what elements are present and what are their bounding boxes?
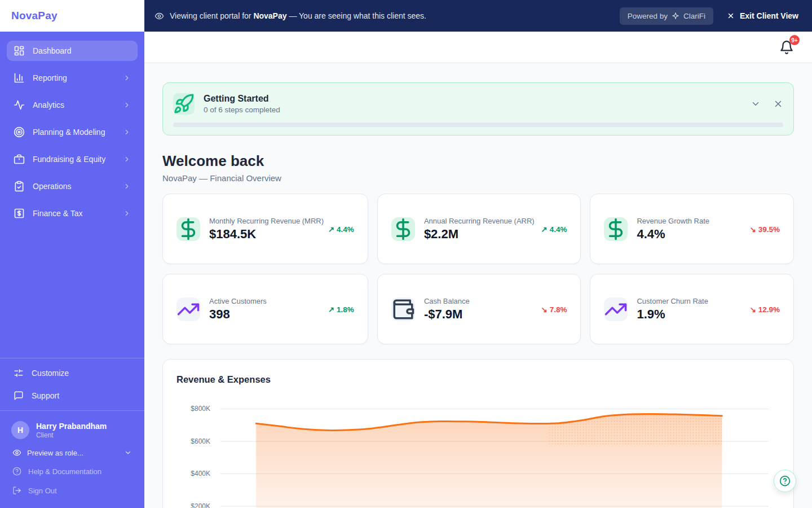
trend-up-icon: ↗	[541, 225, 548, 234]
main-content: Getting Started 0 of 6 steps completed W…	[144, 63, 812, 508]
svg-text:$800K: $800K	[191, 405, 210, 413]
preview-as-role-label: Preview as role...	[27, 449, 118, 457]
sidebar-item-fundraising-equity[interactable]: Fundraising & Equity	[7, 149, 138, 169]
kpi-delta: ↘ 7.8%	[541, 305, 567, 314]
sidebar-item-finance-tax[interactable]: Finance & Tax	[7, 203, 138, 224]
kpi-value: $184.5K	[209, 227, 324, 242]
sidebar-item-support[interactable]: Support	[7, 386, 138, 406]
sidebar-item-sign-out[interactable]: Sign Out	[7, 481, 138, 500]
chart-title: Revenue & Expenses	[176, 374, 780, 385]
target-icon	[14, 126, 25, 138]
activity-icon	[14, 99, 25, 111]
revenue-area-chart: $800K$600K$400K$200K	[176, 401, 774, 508]
sidebar-item-label: Planning & Modeling	[33, 128, 115, 137]
kpi-delta: ↘ 39.5%	[750, 225, 780, 234]
kpi-value: $2.2M	[424, 227, 537, 242]
dollar-icon	[391, 217, 415, 241]
page-subtitle: NovaPay — Financial Overview	[162, 173, 794, 183]
sidebar-item-help-documentation[interactable]: Help & Documentation	[7, 462, 138, 481]
sidebar-item-label: Operations	[33, 182, 115, 191]
kpi-card-revenue-growth: Revenue Growth Rate 4.4% ↘ 39.5%	[590, 194, 794, 264]
kpi-card-arr: Annual Recurring Revenue (ARR) $2.2M ↗ 4…	[377, 194, 581, 264]
kpi-delta: ↗ 4.4%	[541, 225, 567, 234]
kpi-value: 398	[209, 307, 324, 322]
sliders-icon	[14, 368, 24, 378]
progress-bar	[173, 122, 783, 127]
chevron-down-icon	[751, 99, 761, 109]
user-name: Harry Prabandham	[36, 422, 107, 431]
kpi-value: 1.9%	[637, 307, 745, 322]
trending-up-icon	[604, 297, 628, 321]
sidebar-item-label: Customize	[32, 369, 69, 378]
getting-started-card: Getting Started 0 of 6 steps completed	[162, 82, 794, 135]
chevron-right-icon	[123, 209, 131, 217]
chevron-right-icon	[123, 155, 131, 163]
trend-down-icon: ↘	[541, 305, 548, 314]
powered-by-label: Powered by	[628, 12, 668, 20]
notification-count-badge: 9+	[789, 35, 800, 45]
sidebar: NovaPay Dashboard Reporting Analytics	[0, 0, 144, 508]
sidebar-item-analytics[interactable]: Analytics	[7, 95, 138, 115]
kpi-value: 4.4%	[637, 227, 745, 242]
dollar-icon	[604, 217, 628, 241]
client-view-banner: Viewing client portal for NovaPay — You …	[144, 0, 812, 32]
notifications-button[interactable]: 9+	[779, 40, 794, 55]
chevron-right-icon	[123, 74, 131, 82]
eye-icon	[12, 448, 21, 457]
sidebar-item-label: Finance & Tax	[33, 209, 115, 218]
dismiss-button[interactable]	[773, 99, 783, 109]
svg-text:$400K: $400K	[191, 470, 210, 478]
chevron-right-icon	[123, 128, 131, 136]
preview-as-role-select[interactable]: Preview as role...	[7, 444, 138, 462]
dollar-square-icon	[14, 208, 25, 219]
exit-client-view-button[interactable]: Exit Client View	[727, 11, 798, 20]
help-fab-button[interactable]	[774, 470, 796, 492]
kpi-card-mrr: Monthly Recurring Revenue (MRR) $184.5K …	[162, 194, 368, 264]
sidebar-item-reporting[interactable]: Reporting	[7, 68, 138, 88]
bar-chart-icon	[14, 72, 25, 84]
kpi-card-cash-balance: Cash Balance -$7.9M ↘ 7.8%	[377, 274, 581, 344]
sidebar-item-operations[interactable]: Operations	[7, 176, 138, 196]
user-info: H Harry Prabandham Client	[7, 415, 138, 444]
banner-message: Viewing client portal for NovaPay — You …	[170, 11, 426, 20]
chevron-right-icon	[123, 182, 131, 190]
kpi-delta: ↘ 12.9%	[750, 305, 780, 314]
divider	[0, 410, 144, 411]
sidebar-footer: Customize Support H Harry Prabandham Cli…	[0, 353, 144, 508]
svg-text:$200K: $200K	[191, 502, 210, 508]
avatar: H	[11, 421, 29, 439]
kpi-delta: ↗ 4.4%	[328, 225, 354, 234]
trend-down-icon: ↘	[750, 225, 756, 234]
kpi-label: Annual Recurring Revenue (ARR)	[424, 217, 537, 225]
sidebar-item-planning-modeling[interactable]: Planning & Modeling	[7, 122, 138, 142]
kpi-delta: ↗ 1.8%	[328, 305, 354, 314]
trend-up-icon: ↗	[328, 225, 334, 234]
trend-down-icon: ↘	[750, 305, 756, 314]
getting-started-title: Getting Started	[204, 94, 280, 104]
dashboard-grid-icon	[14, 45, 25, 56]
sidebar-item-dashboard[interactable]: Dashboard	[7, 41, 138, 61]
sidebar-item-label: Dashboard	[33, 46, 131, 55]
app-logo: NovaPay	[11, 10, 58, 22]
sidebar-item-label: Analytics	[33, 100, 115, 110]
close-icon	[773, 99, 783, 109]
chart-area: $800K$600K$400K$200K	[176, 401, 780, 508]
sidebar-item-label: Sign Out	[28, 487, 57, 495]
getting-started-progress-text: 0 of 6 steps completed	[204, 106, 280, 114]
sidebar-item-label: Reporting	[33, 73, 115, 82]
kpi-label: Cash Balance	[424, 297, 537, 305]
sidebar-item-label: Fundraising & Equity	[33, 155, 115, 164]
message-square-icon	[14, 391, 24, 401]
logout-icon	[12, 486, 21, 495]
kpi-card-churn-rate: Customer Churn Rate 1.9% ↘ 12.9%	[590, 274, 794, 344]
kpi-label: Monthly Recurring Revenue (MRR)	[209, 217, 324, 225]
collapse-button[interactable]	[751, 99, 761, 109]
dollar-icon	[176, 217, 200, 241]
revenue-expenses-chart-card: Revenue & Expenses $800K$600K$400K$200K	[162, 359, 794, 508]
kpi-label: Active Customers	[209, 297, 324, 305]
wallet-icon	[391, 297, 415, 321]
close-icon	[727, 12, 735, 20]
eye-icon	[155, 11, 164, 21]
briefcase-icon	[14, 154, 25, 165]
sidebar-item-customize[interactable]: Customize	[7, 363, 138, 383]
